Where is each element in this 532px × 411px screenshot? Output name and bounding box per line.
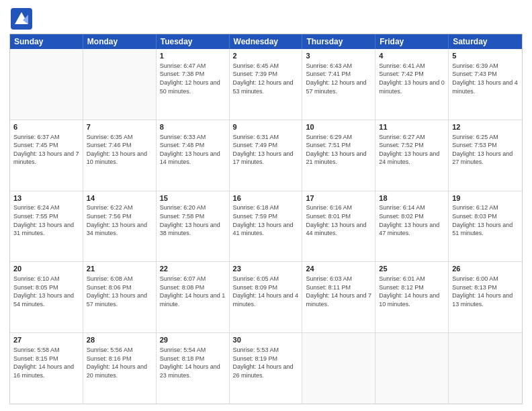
day-cell-22: 22Sunrise: 6:07 AM Sunset: 8:08 PM Dayli… bbox=[157, 262, 230, 332]
header-day-friday: Friday bbox=[375, 34, 449, 49]
header-day-saturday: Saturday bbox=[449, 34, 522, 49]
day-cell-12: 12Sunrise: 6:25 AM Sunset: 7:53 PM Dayli… bbox=[449, 120, 522, 191]
day-cell-8: 8Sunrise: 6:33 AM Sunset: 7:48 PM Daylig… bbox=[157, 120, 230, 191]
day-number: 13 bbox=[13, 193, 79, 203]
day-info: Sunrise: 6:35 AM Sunset: 7:46 PM Dayligh… bbox=[87, 133, 152, 167]
day-info: Sunrise: 6:03 AM Sunset: 8:11 PM Dayligh… bbox=[306, 275, 371, 308]
day-info: Sunrise: 6:22 AM Sunset: 7:56 PM Dayligh… bbox=[87, 203, 152, 237]
day-info: Sunrise: 5:53 AM Sunset: 8:19 PM Dayligh… bbox=[233, 346, 299, 379]
day-number: 21 bbox=[87, 264, 152, 274]
day-number: 25 bbox=[379, 264, 445, 274]
day-cell-9: 9Sunrise: 6:31 AM Sunset: 7:49 PM Daylig… bbox=[230, 120, 303, 191]
day-number: 15 bbox=[160, 193, 226, 203]
day-info: Sunrise: 6:39 AM Sunset: 7:43 PM Dayligh… bbox=[452, 62, 519, 95]
day-info: Sunrise: 6:00 AM Sunset: 8:13 PM Dayligh… bbox=[452, 275, 519, 308]
day-cell-18: 18Sunrise: 6:14 AM Sunset: 8:02 PM Dayli… bbox=[375, 191, 449, 262]
day-cell-11: 11Sunrise: 6:27 AM Sunset: 7:52 PM Dayli… bbox=[375, 120, 449, 191]
day-cell-7: 7Sunrise: 6:35 AM Sunset: 7:46 PM Daylig… bbox=[83, 120, 157, 191]
day-info: Sunrise: 6:08 AM Sunset: 8:06 PM Dayligh… bbox=[87, 275, 152, 308]
day-info: Sunrise: 6:37 AM Sunset: 7:45 PM Dayligh… bbox=[13, 133, 79, 167]
day-cell-21: 21Sunrise: 6:08 AM Sunset: 8:06 PM Dayli… bbox=[83, 262, 157, 332]
day-info: Sunrise: 6:20 AM Sunset: 7:58 PM Dayligh… bbox=[160, 203, 226, 237]
empty-cell bbox=[302, 333, 375, 404]
day-info: Sunrise: 6:43 AM Sunset: 7:41 PM Dayligh… bbox=[306, 62, 371, 95]
day-number: 11 bbox=[379, 122, 445, 132]
header-day-thursday: Thursday bbox=[302, 34, 375, 49]
day-number: 30 bbox=[233, 335, 299, 345]
day-cell-6: 6Sunrise: 6:37 AM Sunset: 7:45 PM Daylig… bbox=[10, 120, 83, 191]
day-info: Sunrise: 6:05 AM Sunset: 8:09 PM Dayligh… bbox=[233, 275, 299, 308]
day-number: 17 bbox=[306, 193, 371, 203]
day-info: Sunrise: 6:07 AM Sunset: 8:08 PM Dayligh… bbox=[160, 275, 226, 308]
empty-cell bbox=[449, 333, 522, 404]
day-cell-29: 29Sunrise: 5:54 AM Sunset: 8:18 PM Dayli… bbox=[157, 333, 230, 404]
day-info: Sunrise: 5:56 AM Sunset: 8:16 PM Dayligh… bbox=[87, 346, 152, 379]
day-info: Sunrise: 6:47 AM Sunset: 7:38 PM Dayligh… bbox=[160, 62, 226, 95]
day-number: 20 bbox=[13, 264, 79, 274]
day-info: Sunrise: 5:54 AM Sunset: 8:18 PM Dayligh… bbox=[160, 346, 226, 379]
day-cell-14: 14Sunrise: 6:22 AM Sunset: 7:56 PM Dayli… bbox=[83, 191, 157, 262]
day-info: Sunrise: 6:10 AM Sunset: 8:05 PM Dayligh… bbox=[13, 275, 79, 308]
day-number: 18 bbox=[379, 193, 445, 203]
day-cell-1: 1Sunrise: 6:47 AM Sunset: 7:38 PM Daylig… bbox=[157, 49, 230, 120]
day-cell-17: 17Sunrise: 6:16 AM Sunset: 8:01 PM Dayli… bbox=[302, 191, 375, 262]
day-cell-24: 24Sunrise: 6:03 AM Sunset: 8:11 PM Dayli… bbox=[302, 262, 375, 332]
calendar: SundayMondayTuesdayWednesdayThursdayFrid… bbox=[9, 34, 523, 404]
day-number: 4 bbox=[379, 51, 445, 61]
day-cell-2: 2Sunrise: 6:45 AM Sunset: 7:39 PM Daylig… bbox=[230, 49, 303, 120]
day-info: Sunrise: 6:12 AM Sunset: 8:03 PM Dayligh… bbox=[452, 203, 519, 237]
day-info: Sunrise: 6:14 AM Sunset: 8:02 PM Dayligh… bbox=[379, 203, 445, 237]
header-day-sunday: Sunday bbox=[10, 34, 83, 49]
day-number: 3 bbox=[306, 51, 371, 61]
day-info: Sunrise: 6:27 AM Sunset: 7:52 PM Dayligh… bbox=[379, 133, 445, 167]
calendar-body: 1Sunrise: 6:47 AM Sunset: 7:38 PM Daylig… bbox=[10, 49, 522, 404]
day-info: Sunrise: 6:25 AM Sunset: 7:53 PM Dayligh… bbox=[452, 133, 519, 167]
day-number: 10 bbox=[306, 122, 371, 132]
empty-cell bbox=[83, 49, 157, 120]
day-cell-26: 26Sunrise: 6:00 AM Sunset: 8:13 PM Dayli… bbox=[449, 262, 522, 332]
calendar-row-1: 6Sunrise: 6:37 AM Sunset: 7:45 PM Daylig… bbox=[10, 120, 522, 191]
header-day-monday: Monday bbox=[83, 34, 157, 49]
day-cell-13: 13Sunrise: 6:24 AM Sunset: 7:55 PM Dayli… bbox=[10, 191, 83, 262]
day-info: Sunrise: 6:18 AM Sunset: 7:59 PM Dayligh… bbox=[233, 203, 299, 237]
day-info: Sunrise: 6:29 AM Sunset: 7:51 PM Dayligh… bbox=[306, 133, 371, 167]
day-cell-4: 4Sunrise: 6:41 AM Sunset: 7:42 PM Daylig… bbox=[375, 49, 449, 120]
header-day-tuesday: Tuesday bbox=[157, 34, 230, 49]
calendar-row-4: 27Sunrise: 5:58 AM Sunset: 8:15 PM Dayli… bbox=[10, 332, 522, 404]
day-number: 22 bbox=[160, 264, 226, 274]
day-number: 26 bbox=[452, 264, 519, 274]
day-cell-23: 23Sunrise: 6:05 AM Sunset: 8:09 PM Dayli… bbox=[230, 262, 303, 332]
day-number: 14 bbox=[87, 193, 152, 203]
day-cell-5: 5Sunrise: 6:39 AM Sunset: 7:43 PM Daylig… bbox=[449, 49, 522, 120]
header bbox=[9, 7, 523, 31]
day-number: 24 bbox=[306, 264, 371, 274]
day-number: 5 bbox=[452, 51, 519, 61]
day-info: Sunrise: 6:01 AM Sunset: 8:12 PM Dayligh… bbox=[379, 275, 445, 308]
day-info: Sunrise: 5:58 AM Sunset: 8:15 PM Dayligh… bbox=[13, 346, 79, 379]
calendar-header: SundayMondayTuesdayWednesdayThursdayFrid… bbox=[10, 34, 522, 49]
page: SundayMondayTuesdayWednesdayThursdayFrid… bbox=[0, 0, 532, 411]
day-cell-27: 27Sunrise: 5:58 AM Sunset: 8:15 PM Dayli… bbox=[10, 333, 83, 404]
day-info: Sunrise: 6:41 AM Sunset: 7:42 PM Dayligh… bbox=[379, 62, 445, 95]
empty-cell bbox=[10, 49, 83, 120]
day-number: 8 bbox=[160, 122, 226, 132]
day-number: 1 bbox=[160, 51, 226, 61]
day-cell-28: 28Sunrise: 5:56 AM Sunset: 8:16 PM Dayli… bbox=[83, 333, 157, 404]
day-number: 7 bbox=[87, 122, 152, 132]
day-number: 16 bbox=[233, 193, 299, 203]
day-info: Sunrise: 6:24 AM Sunset: 7:55 PM Dayligh… bbox=[13, 203, 79, 237]
day-number: 19 bbox=[452, 193, 519, 203]
header-day-wednesday: Wednesday bbox=[230, 34, 303, 49]
day-number: 9 bbox=[233, 122, 299, 132]
day-number: 28 bbox=[87, 335, 152, 345]
day-cell-3: 3Sunrise: 6:43 AM Sunset: 7:41 PM Daylig… bbox=[302, 49, 375, 120]
empty-cell bbox=[375, 333, 449, 404]
day-cell-20: 20Sunrise: 6:10 AM Sunset: 8:05 PM Dayli… bbox=[10, 262, 83, 332]
day-number: 12 bbox=[452, 122, 519, 132]
day-number: 29 bbox=[160, 335, 226, 345]
logo bbox=[9, 7, 36, 31]
day-cell-25: 25Sunrise: 6:01 AM Sunset: 8:12 PM Dayli… bbox=[375, 262, 449, 332]
calendar-row-0: 1Sunrise: 6:47 AM Sunset: 7:38 PM Daylig… bbox=[10, 49, 522, 120]
day-number: 2 bbox=[233, 51, 299, 61]
day-info: Sunrise: 6:16 AM Sunset: 8:01 PM Dayligh… bbox=[306, 203, 371, 237]
